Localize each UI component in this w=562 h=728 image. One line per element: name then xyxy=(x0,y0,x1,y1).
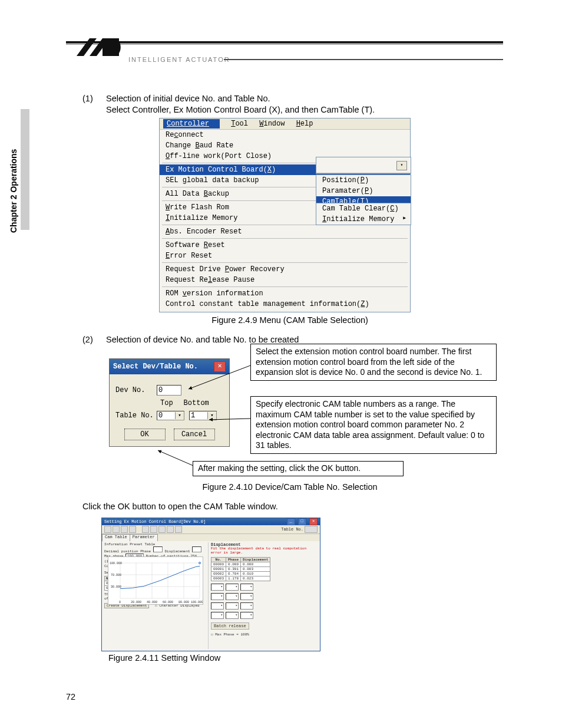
selector[interactable] xyxy=(226,593,239,600)
ok-button[interactable]: OK xyxy=(124,429,166,440)
toolbar-icon[interactable] xyxy=(129,526,136,533)
header-rule-mid xyxy=(224,59,503,60)
side-tab-bar xyxy=(21,109,29,230)
menu-bar: Controller Tool Window Help xyxy=(160,118,410,130)
select-dev-table-dialog: Select Dev/Table No. ✕ Dev No. Top Botto… xyxy=(109,358,230,447)
bottom-label: Bottom xyxy=(184,399,209,407)
selector[interactable] xyxy=(211,612,224,619)
submenu-empty: ▾ xyxy=(316,157,411,174)
svg-text:80.000: 80.000 xyxy=(178,601,189,604)
svg-line-6 xyxy=(158,450,193,466)
menu-item-abs-reset[interactable]: Abs. Encoder Reset xyxy=(160,226,410,237)
selector[interactable] xyxy=(211,602,224,610)
selector[interactable] xyxy=(226,602,239,610)
warning-text: Fit the displacement data to real comput… xyxy=(211,547,318,555)
displacement-table: No. Phase Displacement 000000.0000.000 0… xyxy=(211,557,270,581)
menu-item-req-release[interactable]: Request Release Pause xyxy=(160,275,410,285)
cancel-button[interactable]: Cancel xyxy=(174,429,215,440)
toolbar-tableno-label: Table No. xyxy=(281,527,303,532)
devno-input[interactable] xyxy=(157,385,181,396)
menu-item-ctrl-const[interactable]: Control constant table management inform… xyxy=(160,299,410,309)
dropdown-icon[interactable]: ▾ xyxy=(396,161,407,170)
toolbar-icon[interactable] xyxy=(121,526,128,533)
maximize-icon[interactable]: □ xyxy=(298,518,306,525)
max-phase-checkbox[interactable]: Max Phase = 100% xyxy=(215,633,249,637)
table-row[interactable]: 000031.1780.023 xyxy=(211,577,270,581)
svg-text:40.000: 40.000 xyxy=(147,601,157,604)
tableno-bottom-select[interactable]: 1▾ xyxy=(189,411,217,420)
toolbar-icon[interactable] xyxy=(167,526,174,533)
svg-text:100.000: 100.000 xyxy=(110,562,122,565)
figure-caption-1: Figure 2.4.9 Menu (CAM Table Selection) xyxy=(82,315,497,326)
setting-window-screenshot: Setting Ex Motion Control Board[Dev No.0… xyxy=(101,518,320,651)
submenu-item-paramater[interactable]: Paramater(P) xyxy=(316,186,411,196)
svg-text:0: 0 xyxy=(119,601,121,604)
menu-item-reconnect[interactable]: Reconnect xyxy=(160,130,410,140)
displacement-chart: 100.000 70.000 30.000 0 20.000 40.000 60… xyxy=(108,556,203,605)
page-number: 72 xyxy=(66,692,75,701)
side-tab-label: Chapter 2 Operations xyxy=(9,149,18,233)
selector[interactable] xyxy=(240,593,253,600)
chevron-down-icon: ▾ xyxy=(175,412,184,419)
dialog-title: Select Dev/Table No. xyxy=(113,363,198,371)
menu-controller[interactable]: Controller xyxy=(163,119,220,129)
menu-screenshot: Controller Tool Window Help Reconnect Ch… xyxy=(159,118,411,312)
selector[interactable] xyxy=(240,612,253,619)
toolbar-icon[interactable] xyxy=(142,526,149,533)
decimal-phase-select[interactable] xyxy=(153,546,163,552)
callout-ok: After making the setting, click the OK b… xyxy=(193,461,404,476)
close-icon[interactable]: ✕ xyxy=(309,518,318,525)
menu-item-req-drive[interactable]: Request Drive Power Recovery xyxy=(160,264,410,275)
menu-item-rom-ver[interactable]: ROM version information xyxy=(160,288,410,299)
top-label: Top xyxy=(160,399,173,407)
decimal-pos-label: Decimal position Phase xyxy=(104,549,151,554)
displacement-label: Displacement xyxy=(164,549,190,554)
figure-caption-2: Figure 2.4.10 Device/Cam Table No. Selec… xyxy=(82,482,497,493)
table-row[interactable]: 000010.3910.003 xyxy=(211,567,270,572)
figure-caption-3: Figure 2.4.11 Setting Window xyxy=(108,653,220,663)
open-cam-window-text: Click the OK button to open the CAM Tabl… xyxy=(82,502,278,511)
selector-row xyxy=(211,584,318,591)
minimize-icon[interactable]: _ xyxy=(287,518,295,525)
tab-cam-table[interactable]: Cam Table xyxy=(102,534,130,541)
submenu-camtable: Cam Table Clear(C) Initialize Memory xyxy=(316,203,411,225)
close-icon[interactable]: ✕ xyxy=(214,361,226,372)
setting-toolbar: Table No. xyxy=(102,525,320,534)
submenu-item-init[interactable]: Initialize Memory xyxy=(316,214,411,225)
svg-text:70.000: 70.000 xyxy=(111,574,121,577)
selector[interactable] xyxy=(240,602,253,610)
tab-parameter[interactable]: Parameter xyxy=(130,534,158,541)
tableno-top-select[interactable]: 0▾ xyxy=(157,411,184,420)
toolbar-icon[interactable] xyxy=(104,526,111,533)
table-row[interactable]: 000000.0000.000 xyxy=(211,562,270,567)
submenu-item-clear[interactable]: Cam Table Clear(C) xyxy=(316,203,411,214)
selector[interactable] xyxy=(226,612,239,619)
menu-help[interactable]: Help xyxy=(296,120,313,128)
toolbar-icon[interactable] xyxy=(175,526,182,533)
toolbar-icon[interactable] xyxy=(158,526,166,533)
svg-text:60.000: 60.000 xyxy=(163,601,173,604)
selector[interactable] xyxy=(226,584,239,591)
tableno-select[interactable] xyxy=(305,526,318,533)
batch-release-button[interactable]: Batch release xyxy=(211,622,249,630)
selector[interactable] xyxy=(240,584,253,591)
table-row[interactable]: 000020.7840.010 xyxy=(211,572,270,577)
toolbar-icon[interactable] xyxy=(113,526,120,533)
menu-tool[interactable]: Tool xyxy=(231,120,248,128)
menu-item-err-reset[interactable]: Error Reset xyxy=(160,251,410,261)
svg-text:100.000: 100.000 xyxy=(191,601,203,604)
svg-text:20.000: 20.000 xyxy=(131,601,141,604)
setting-window-title: Setting Ex Motion Control Board[Dev No.0… xyxy=(104,519,206,524)
section1-number: (1) xyxy=(82,93,93,104)
menu-window[interactable]: Window xyxy=(259,120,285,128)
devno-label: Dev No. xyxy=(115,386,157,394)
menu-item-soft-reset[interactable]: Software Reset xyxy=(160,240,410,251)
menu-item-baud[interactable]: Change Baud Rate xyxy=(160,140,410,151)
submenu-item-position[interactable]: Position(P) xyxy=(316,175,411,186)
callout-devno: Select the extension motion control boar… xyxy=(250,344,497,381)
selector[interactable] xyxy=(211,593,224,600)
decimal-disp-select[interactable] xyxy=(192,546,201,552)
toolbar-icon[interactable] xyxy=(150,526,157,533)
callout-tableno: Specify electronic CAM table numbers as … xyxy=(250,396,497,454)
selector[interactable] xyxy=(211,584,224,591)
